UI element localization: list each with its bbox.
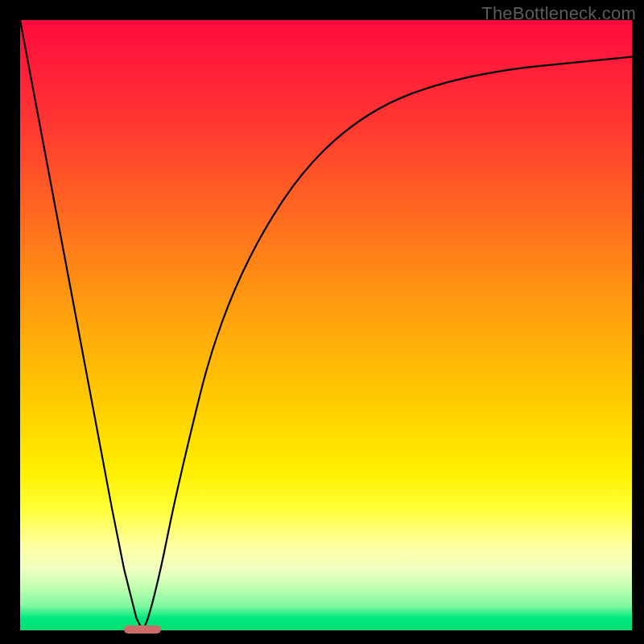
bottleneck-curve bbox=[20, 20, 632, 630]
chart-frame: TheBottleneck.com bbox=[0, 0, 644, 644]
optimum-marker bbox=[124, 625, 161, 633]
plot-area bbox=[20, 20, 632, 630]
watermark-text: TheBottleneck.com bbox=[481, 3, 636, 24]
